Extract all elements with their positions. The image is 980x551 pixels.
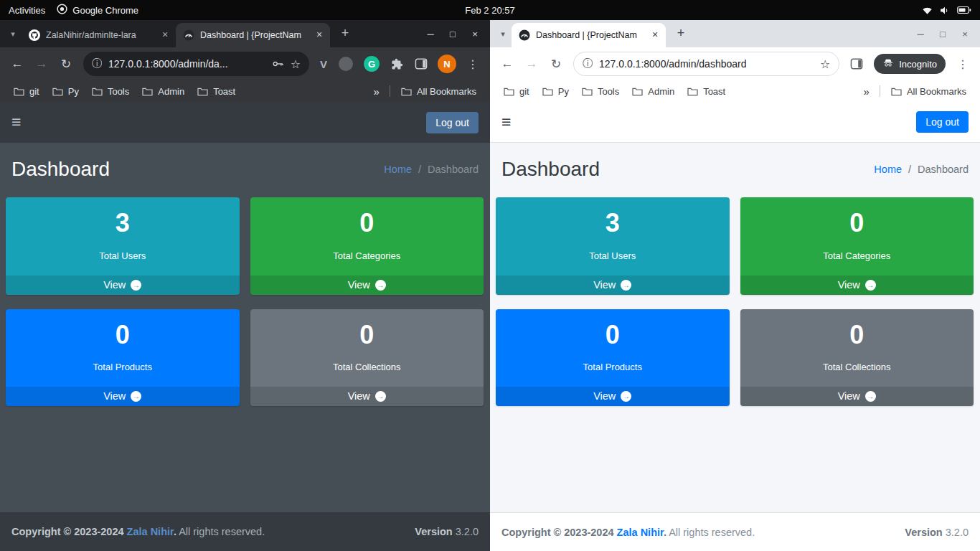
- arrow-circle-right-icon: →: [375, 280, 386, 291]
- divider: [880, 85, 880, 97]
- all-bookmarks-button[interactable]: All Bookmarks: [885, 84, 973, 99]
- profile-avatar[interactable]: N: [438, 55, 456, 73]
- bookmark-git[interactable]: git: [497, 84, 536, 99]
- tab-search-button[interactable]: ▾: [494, 29, 512, 39]
- stat-value: 0: [13, 321, 232, 349]
- address-bar[interactable]: ⓘ 127.0.0.1:8000/admin/dashboard ☆: [573, 52, 839, 76]
- view-link[interactable]: View →: [496, 387, 730, 406]
- stat-label: Total Categories: [258, 250, 477, 261]
- minimize-button[interactable]: ─: [915, 29, 925, 39]
- footer-author-link[interactable]: Zala Nihir: [127, 526, 174, 537]
- menu-kebab-icon[interactable]: ⋮: [951, 52, 974, 75]
- folder-icon: [582, 87, 593, 96]
- side-panel-icon[interactable]: [845, 52, 868, 75]
- site-info-icon[interactable]: ⓘ: [92, 57, 102, 70]
- side-panel-icon[interactable]: [410, 52, 433, 75]
- extension-icon[interactable]: [339, 57, 353, 71]
- page-navbar: ≡ Log out: [490, 102, 980, 143]
- all-bookmarks-button[interactable]: All Bookmarks: [395, 84, 483, 99]
- stat-value: 0: [258, 209, 477, 237]
- maximize-button[interactable]: □: [448, 29, 458, 39]
- tab-github-repo[interactable]: ZalaNihir/adminlte-lara ×: [22, 23, 176, 47]
- bookmark-py[interactable]: Py: [536, 84, 575, 99]
- bookmark-star-icon[interactable]: ☆: [291, 57, 301, 71]
- back-button[interactable]: ←: [6, 52, 29, 75]
- page-title: Dashboard: [501, 156, 600, 183]
- view-link[interactable]: View →: [6, 276, 240, 295]
- page-footer: Copyright © 2023-2024 Zala Nihir. All ri…: [0, 512, 490, 551]
- bookmark-star-icon[interactable]: ☆: [820, 57, 830, 71]
- folder-icon: [92, 87, 103, 96]
- forward-button[interactable]: →: [520, 52, 543, 75]
- tab-dashboard[interactable]: Dashboard | {ProjectNam ×: [512, 23, 666, 47]
- folder-icon: [632, 87, 643, 96]
- close-button[interactable]: ×: [470, 29, 480, 39]
- bookmark-toast[interactable]: Toast: [681, 84, 732, 99]
- view-link[interactable]: View →: [250, 276, 484, 295]
- sidebar-toggle-icon[interactable]: ≡: [11, 114, 21, 131]
- app-menu-label: Google Chrome: [72, 5, 138, 16]
- activities-button[interactable]: Activities: [9, 5, 45, 16]
- app-menu[interactable]: Google Chrome: [57, 4, 138, 17]
- bookmark-toast[interactable]: Toast: [191, 84, 242, 99]
- volume-icon: [939, 6, 951, 15]
- footer-author-link[interactable]: Zala Nihir: [617, 527, 664, 538]
- copyright-text: Copyright © 2023-2024 Zala Nihir. All ri…: [501, 527, 755, 538]
- system-tray[interactable]: [922, 6, 980, 15]
- logout-button[interactable]: Log out: [426, 112, 479, 133]
- new-tab-button[interactable]: +: [336, 24, 354, 43]
- view-link[interactable]: View →: [6, 387, 240, 406]
- url-text: 127.0.0.1:8000/admin/da...: [108, 58, 265, 70]
- folder-icon: [14, 87, 24, 96]
- copyright-text: Copyright © 2023-2024 Zala Nihir. All ri…: [11, 526, 265, 537]
- vimium-extension-icon[interactable]: V: [315, 58, 332, 70]
- tab-close-icon[interactable]: ×: [159, 29, 171, 41]
- address-bar[interactable]: ⓘ 127.0.0.1:8000/admin/da... ☆: [83, 52, 309, 76]
- stat-value: 0: [748, 209, 967, 237]
- version-text: Version 3.2.0: [415, 526, 479, 537]
- logout-button[interactable]: Log out: [916, 111, 969, 133]
- bookmark-tools[interactable]: Tools: [575, 84, 626, 99]
- chrome-window-right: ▾ Dashboard | {ProjectNam × + ─ □ × ← → …: [490, 20, 980, 551]
- bookmark-py[interactable]: Py: [46, 84, 85, 99]
- back-button[interactable]: ←: [496, 52, 519, 75]
- tab-close-icon[interactable]: ×: [649, 29, 661, 41]
- forward-button[interactable]: →: [30, 52, 53, 75]
- bookmarks-bar: git Py Tools Admin Toast »: [490, 80, 980, 102]
- bookmark-admin[interactable]: Admin: [626, 84, 681, 99]
- bookmarks-overflow-icon[interactable]: »: [858, 85, 875, 98]
- view-link[interactable]: View →: [740, 387, 974, 406]
- view-link[interactable]: View →: [250, 387, 484, 406]
- dashboard-page: ≡ Log out Dashboard Home / Dashboard 3 T…: [0, 102, 490, 551]
- reload-button[interactable]: ↻: [545, 52, 567, 75]
- tab-close-icon[interactable]: ×: [314, 29, 325, 41]
- bookmark-tools[interactable]: Tools: [85, 84, 136, 99]
- sidebar-toggle-icon[interactable]: ≡: [501, 114, 511, 131]
- breadcrumb-home-link[interactable]: Home: [874, 164, 902, 175]
- reload-button[interactable]: ↻: [55, 52, 77, 75]
- password-key-icon[interactable]: [272, 59, 284, 69]
- tab-search-button[interactable]: ▾: [4, 29, 22, 39]
- clock[interactable]: Feb 2 20:57: [465, 5, 514, 16]
- bookmarks-overflow-icon[interactable]: »: [368, 85, 385, 98]
- bookmark-git[interactable]: git: [7, 84, 46, 99]
- breadcrumb-home-link[interactable]: Home: [384, 164, 412, 175]
- divider: [390, 85, 390, 97]
- stat-card-total-collections: 0 Total Collections View →: [250, 309, 484, 407]
- extensions-puzzle-icon[interactable]: [385, 52, 408, 75]
- close-button[interactable]: ×: [960, 29, 970, 39]
- tab-dashboard[interactable]: Dashboard | {ProjectNam ×: [176, 23, 330, 47]
- view-link[interactable]: View →: [496, 276, 730, 295]
- new-tab-button[interactable]: +: [672, 24, 690, 43]
- grammarly-extension-icon[interactable]: G: [364, 56, 380, 72]
- browser-toolbar: ← → ↻ ⓘ 127.0.0.1:8000/admin/dashboard ☆…: [490, 47, 980, 80]
- menu-kebab-icon[interactable]: ⋮: [461, 52, 484, 75]
- site-info-icon[interactable]: ⓘ: [583, 57, 593, 70]
- maximize-button[interactable]: □: [938, 29, 948, 39]
- view-link[interactable]: View →: [740, 276, 974, 295]
- dashboard-favicon: [183, 29, 194, 41]
- minimize-button[interactable]: ─: [425, 29, 435, 39]
- chrome-icon: [57, 4, 67, 17]
- bookmark-admin[interactable]: Admin: [136, 84, 191, 99]
- stat-card-total-categories: 0 Total Categories View →: [250, 197, 484, 295]
